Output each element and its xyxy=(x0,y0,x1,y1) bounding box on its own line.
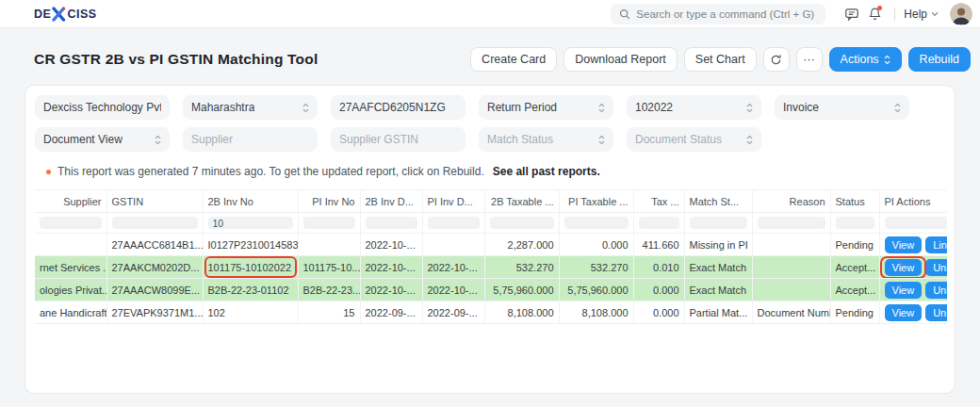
cell xyxy=(752,279,830,301)
table-filter-input-tax[interactable] xyxy=(639,217,679,229)
table-row[interactable]: ologies Privat...27AAACW8099E...B2B-22-2… xyxy=(35,279,947,301)
download-report-button[interactable]: Download Report xyxy=(564,47,678,72)
help-menu[interactable]: Help xyxy=(904,8,939,21)
cell xyxy=(106,213,203,234)
link-button[interactable]: Link xyxy=(925,236,947,253)
create-card-button[interactable]: Create Card xyxy=(470,47,557,72)
view-button[interactable]: View xyxy=(885,259,923,276)
cell: ViewUnlink xyxy=(879,301,947,324)
cell: Accept... xyxy=(830,256,879,279)
filter-company[interactable]: Dexciss Technology Pvt Ltd xyxy=(35,95,170,120)
table-filter-input-pi-inv-d[interactable] xyxy=(428,217,480,229)
refresh-button[interactable] xyxy=(763,47,790,72)
column-header-2b-inv-d[interactable]: 2B Inv D... xyxy=(360,190,422,213)
table-filter-input-gstin[interactable] xyxy=(112,217,198,229)
cell: 2,287.000 xyxy=(484,234,559,256)
filter-match-status-value: Match Status xyxy=(487,133,553,146)
table-filter-input-pi-taxable[interactable] xyxy=(564,217,629,229)
select-icon xyxy=(746,135,753,145)
table-filter-input-pi-actions[interactable] xyxy=(885,217,948,229)
cell: Exact Match xyxy=(684,256,752,279)
view-button[interactable]: View xyxy=(885,304,923,321)
notifications-bell-icon[interactable] xyxy=(863,3,886,25)
filter-period-value[interactable]: 102022 xyxy=(627,95,761,120)
past-reports-link[interactable]: See all past reports. xyxy=(493,165,600,178)
notice-indicator-dot xyxy=(46,170,51,174)
column-header-supplier[interactable]: Supplier xyxy=(35,190,106,213)
filter-company-gstin[interactable]: 27AAFCD6205N1ZG xyxy=(331,95,466,120)
column-header-pi-taxable[interactable]: PI Taxable ... xyxy=(559,190,633,213)
filter-supplier-gstin[interactable]: Supplier GSTIN xyxy=(331,127,466,152)
select-icon xyxy=(884,55,890,65)
column-header-tax[interactable]: Tax ... xyxy=(633,190,684,213)
table-filter-input-supplier[interactable] xyxy=(40,217,102,229)
cell: ViewLink xyxy=(879,234,947,256)
view-button[interactable]: View xyxy=(885,282,923,299)
search-icon xyxy=(619,8,630,20)
filter-doc-type[interactable]: Invoice xyxy=(775,95,909,120)
more-menu-button[interactable]: ··· xyxy=(796,47,823,72)
cell: 10 xyxy=(203,213,298,234)
report-card: Dexciss Technology Pvt LtdMaharashtra27A… xyxy=(24,85,956,394)
filter-state[interactable]: Maharashtra xyxy=(183,95,318,120)
chat-icon[interactable] xyxy=(841,3,863,25)
table-row[interactable]: rnet Services ...27AAKCM0202D...101175-1… xyxy=(35,256,947,279)
table-row[interactable]: 27AAACC6814B1...I0127P23100145832022-10-… xyxy=(35,234,947,256)
user-avatar[interactable] xyxy=(950,3,972,25)
help-label: Help xyxy=(904,8,927,21)
annotation-box xyxy=(204,256,297,278)
table-filter-input-pi-inv-no[interactable] xyxy=(303,217,355,229)
column-header-pi-inv-no[interactable]: PI Inv No xyxy=(298,190,360,213)
app-logo[interactable]: DE CISS xyxy=(34,7,97,22)
column-header-pi-inv-d[interactable]: PI Inv D... xyxy=(422,190,484,213)
cell: 8,108.000 xyxy=(559,301,633,324)
cell xyxy=(35,213,106,234)
unlink-button[interactable]: Unlink xyxy=(925,259,947,276)
column-header-reason[interactable]: Reason xyxy=(752,190,830,213)
select-icon xyxy=(302,103,309,113)
column-header-match-st[interactable]: Match St... xyxy=(684,190,752,213)
cell xyxy=(35,234,106,256)
cell: 2022-10-... xyxy=(360,234,422,256)
filter-view-type[interactable]: Document View xyxy=(35,127,170,152)
cell: 27AAACW8099E... xyxy=(106,279,203,301)
cell: Accept... xyxy=(830,279,879,301)
unlink-button[interactable]: Unlink xyxy=(925,282,947,299)
filter-grid: Dexciss Technology Pvt LtdMaharashtra27A… xyxy=(35,95,945,152)
unlink-button[interactable]: Unlink xyxy=(925,304,947,321)
logo-text-left: DE xyxy=(34,8,51,21)
table-filter-input-match-st[interactable] xyxy=(690,217,747,229)
filter-return-period[interactable]: Return Period xyxy=(479,95,613,120)
more-icon: ··· xyxy=(803,53,815,66)
rebuild-button[interactable]: Rebuild xyxy=(908,47,971,72)
set-chart-button[interactable]: Set Chart xyxy=(684,47,757,72)
notice-text: This report was generated 7 minutes ago.… xyxy=(57,165,484,178)
column-header-status[interactable]: Status xyxy=(830,190,879,213)
table-row[interactable]: ane Handicrafts27EVAPK9371M1...102152022… xyxy=(35,301,947,324)
page-title: CR GSTR 2B vs PI GSTIN Matching Tool xyxy=(34,51,318,68)
cell: Document Number xyxy=(752,301,830,324)
filter-supplier[interactable]: Supplier xyxy=(183,127,318,152)
cell: ViewUnlink xyxy=(879,279,947,301)
table-filter-input-2b-inv-no[interactable]: 10 xyxy=(208,217,293,229)
column-header-2b-inv-no[interactable]: 2B Inv No xyxy=(203,190,298,213)
global-search-input[interactable]: Search or type a command (Ctrl + G) xyxy=(611,4,825,24)
view-button[interactable]: View xyxy=(885,236,923,253)
table-filter-input-2b-inv-d[interactable] xyxy=(366,217,417,229)
column-header-gstin[interactable]: GSTIN xyxy=(106,190,203,213)
table-filter-input-reason[interactable] xyxy=(758,217,825,229)
cell: 532.270 xyxy=(484,256,559,279)
table-filter-row: 10 xyxy=(35,213,947,234)
top-navbar: DE CISS Search or type a command (Ctrl +… xyxy=(0,0,980,28)
cell: 2022-10-... xyxy=(422,279,484,301)
cell: Pending xyxy=(830,234,879,256)
column-header-pi-actions[interactable]: PI Actions xyxy=(879,190,947,213)
filter-company-gstin-value: 27AAFCD6205N1ZG xyxy=(339,101,446,114)
filter-document-status[interactable]: Document Status xyxy=(627,127,761,152)
cell: 15 xyxy=(298,301,360,324)
table-filter-input-2b-taxable[interactable] xyxy=(490,217,554,229)
table-filter-input-status[interactable] xyxy=(836,217,874,229)
actions-button[interactable]: Actions xyxy=(829,47,902,72)
column-header-2b-taxable[interactable]: 2B Taxable ... xyxy=(484,190,559,213)
filter-match-status[interactable]: Match Status xyxy=(479,127,613,152)
